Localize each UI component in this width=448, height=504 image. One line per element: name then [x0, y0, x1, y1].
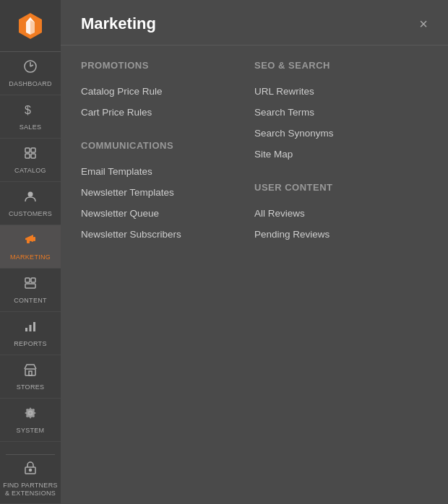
url-rewrites-link[interactable]: URL Rewrites: [254, 81, 413, 102]
sidebar-item-find-partners[interactable]: FIND PARTNERS & EXTENSIONS: [0, 455, 61, 504]
sidebar-logo: [0, 0, 61, 52]
svg-rect-18: [33, 322, 35, 331]
sidebar-item-sales[interactable]: $ SALES: [0, 95, 61, 139]
sidebar: DASHBOARD $ SALES CATALOG CUSTOME: [0, 0, 61, 504]
svg-text:$: $: [25, 104, 31, 116]
sidebar-item-dashboard[interactable]: DASHBOARD: [0, 52, 61, 95]
sidebar-item-system[interactable]: SYSTEM: [0, 399, 61, 442]
customers-icon: [23, 189, 38, 207]
sales-icon: $: [23, 103, 38, 121]
svg-rect-19: [25, 369, 35, 375]
panel-title: Marketing: [81, 14, 156, 33]
svg-rect-16: [25, 328, 27, 331]
svg-rect-14: [31, 278, 35, 282]
sidebar-item-sales-label: SALES: [20, 123, 42, 131]
catalog-icon: [23, 146, 38, 164]
sidebar-item-content[interactable]: CONTENT: [0, 269, 61, 312]
user-content-section: User Content All Reviews Pending Reviews: [254, 182, 413, 245]
close-button[interactable]: ×: [419, 17, 428, 31]
stores-icon: [23, 362, 38, 381]
seo-search-section: SEO & Search URL Rewrites Search Terms S…: [254, 60, 413, 165]
promotions-section: Promotions Catalog Price Rule Cart Price…: [81, 60, 240, 123]
catalog-price-rule-link[interactable]: Catalog Price Rule: [81, 81, 240, 102]
svg-rect-6: [25, 148, 30, 152]
pending-reviews-link[interactable]: Pending Reviews: [254, 224, 413, 245]
svg-rect-15: [25, 284, 35, 288]
svg-rect-7: [31, 148, 35, 152]
find-partners-icon: [23, 461, 38, 479]
sidebar-item-reports-label: REPORTS: [14, 340, 46, 347]
svg-rect-17: [30, 325, 32, 331]
svg-rect-12: [27, 240, 30, 243]
all-reviews-link[interactable]: All Reviews: [254, 203, 413, 224]
sidebar-item-customers[interactable]: CUSTOMERS: [0, 182, 61, 225]
magento-logo-icon: [16, 12, 45, 40]
system-icon: [23, 406, 38, 424]
sidebar-item-reports[interactable]: REPORTS: [0, 312, 61, 355]
svg-rect-9: [31, 154, 35, 158]
user-content-heading: User Content: [254, 182, 413, 193]
sidebar-item-customers-label: CUSTOMERS: [9, 210, 52, 217]
email-templates-link[interactable]: Email Templates: [81, 161, 240, 182]
communications-section: Communications Email Templates Newslette…: [81, 140, 240, 245]
panel-body: Promotions Catalog Price Rule Cart Price…: [61, 45, 448, 277]
sidebar-item-marketing-label: MARKETING: [10, 253, 51, 261]
svg-rect-8: [25, 154, 30, 158]
communications-heading: Communications: [81, 140, 240, 151]
svg-point-22: [30, 469, 32, 472]
svg-rect-20: [29, 371, 32, 375]
newsletter-queue-link[interactable]: Newsletter Queue: [81, 203, 240, 224]
cart-price-rules-link[interactable]: Cart Price Rules: [81, 102, 240, 123]
reports-icon: [23, 319, 38, 337]
sidebar-item-catalog-label: CATALOG: [14, 167, 46, 174]
newsletter-templates-link[interactable]: Newsletter Templates: [81, 182, 240, 203]
svg-rect-11: [33, 237, 35, 241]
site-map-link[interactable]: Site Map: [254, 144, 413, 165]
search-synonyms-link[interactable]: Search Synonyms: [254, 123, 413, 144]
sidebar-item-catalog[interactable]: CATALOG: [0, 139, 61, 182]
search-terms-link[interactable]: Search Terms: [254, 102, 413, 123]
sidebar-item-stores[interactable]: STORES: [0, 355, 61, 399]
marketing-icon: [23, 233, 38, 251]
svg-point-10: [28, 192, 33, 197]
sidebar-item-content-label: CONTENT: [14, 297, 47, 304]
sidebar-item-system-label: SYSTEM: [17, 427, 45, 434]
panel-header: Marketing ×: [61, 0, 448, 45]
sidebar-item-marketing[interactable]: MARKETING: [0, 225, 61, 269]
dashboard-icon: [23, 59, 38, 77]
right-column: SEO & Search URL Rewrites Search Terms S…: [254, 60, 428, 262]
newsletter-subscribers-link[interactable]: Newsletter Subscribers: [81, 224, 240, 245]
left-column: Promotions Catalog Price Rule Cart Price…: [81, 60, 254, 262]
seo-search-heading: SEO & Search: [254, 60, 413, 71]
sidebar-item-stores-label: STORES: [17, 383, 45, 391]
content-icon: [23, 276, 38, 294]
sidebar-item-find-partners-label: FIND PARTNERS & EXTENSIONS: [3, 482, 58, 498]
marketing-panel: Marketing × Promotions Catalog Price Rul…: [61, 0, 448, 504]
svg-rect-13: [25, 278, 30, 282]
sidebar-item-dashboard-label: DASHBOARD: [9, 80, 52, 87]
promotions-heading: Promotions: [81, 60, 240, 71]
